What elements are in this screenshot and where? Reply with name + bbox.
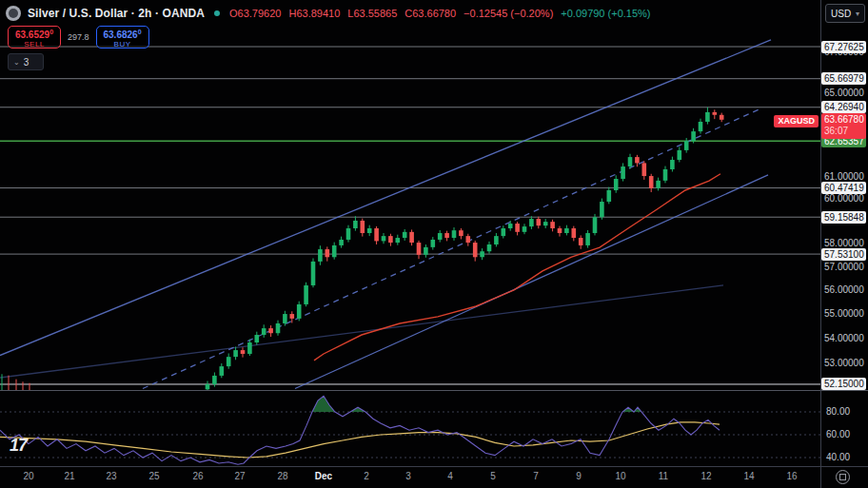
close-value: C63.66780 [404,8,456,19]
time-axis-label: 9 [576,471,582,481]
price-axis-grid-label: 61.00000 [824,170,864,183]
buy-button[interactable]: 63.68260 BUY [96,26,149,49]
time-axis-label: 16 [786,471,797,481]
time-axis-label: 10 [615,471,625,481]
indicators-count: 3 [24,57,30,68]
price-level-badge: 65.66979 [821,72,866,85]
time-axis-label: 14 [743,471,754,481]
buy-price: 63.6826 [104,29,138,40]
currency-selector-button[interactable]: USD ▾ [825,4,865,23]
price-axis-grid-label: 55.00000 [824,307,864,320]
sell-label: SELL [9,41,60,49]
high-value: H63.89410 [288,8,340,19]
horizontal-levels-layer [0,47,820,384]
rsi-axis-label: 60.00 [826,429,850,439]
trend-channel-layer [0,40,771,389]
market-open-dot-icon[interactable] [214,10,220,16]
price-level-badge: 52.15000 [821,378,866,390]
time-axis-label: Dec [315,471,332,481]
price-level-badge: 64.26940 [821,101,866,113]
price-axis-grid-label: 54.00000 [824,332,864,344]
instrument-logo-icon [6,6,21,21]
current-price: 63.66780 [824,114,866,126]
time-axis-label: 25 [148,471,159,481]
spread-value: 297.8 [68,32,89,42]
symbol-title[interactable]: Silver / U.S. Dollar · 2h · OANDA [28,7,205,20]
ext-change-value: +0.09790 (+0.15%) [561,8,650,19]
low-value: L63.55865 [347,8,397,19]
indicators-collapse-button[interactable]: ⌄ 3 [8,53,44,70]
ohlc-values: O63.79620 H63.89410 L63.55865 C63.66780 … [229,8,650,19]
axis-settings-icon[interactable] [836,470,850,484]
time-axis-label: 7 [533,471,539,481]
rsi-axis-label: 80.00 [826,406,850,417]
open-value: O63.79620 [229,8,281,19]
price-level-badge: 57.53100 [821,248,866,261]
bar-countdown: 36:07 [824,126,866,137]
time-axis-label: 4 [447,471,453,481]
price-axis-grid-label: 53.00000 [824,357,864,369]
price-axis-grid-label: 57.00000 [824,261,864,273]
chart-window: Silver / U.S. Dollar · 2h · OANDA O63.79… [0,0,868,488]
currency-label: USD [831,9,851,19]
chart-legend: Silver / U.S. Dollar · 2h · OANDA O63.79… [6,4,650,23]
time-axis-label: 11 [659,471,668,481]
chart-canvas[interactable] [0,0,868,488]
time-axis-label: 26 [192,471,203,481]
rsi-axis-label: 40.00 [826,452,850,462]
price-axis-grid-label: 56.00000 [824,283,864,296]
time-axis-label: 12 [700,471,711,481]
price-axis[interactable]: 63.66780 36:07 80.00 60.00 40.00 67.0000… [820,0,868,466]
time-axis-label: 3 [405,471,411,481]
change-value: −0.12545 (−0.20%) [464,8,553,19]
time-axis-label: 27 [234,471,245,481]
price-axis-grid-label: 65.00000 [824,87,864,99]
current-price-badge: 63.66780 36:07 [821,113,866,139]
time-axis-label: 23 [106,471,116,481]
sell-price-sup: 0 [49,29,53,35]
chevron-down-icon: ⌄ [13,58,20,67]
chevron-down-icon: ▾ [856,10,859,18]
price-level-badge: 60.47419 [821,182,866,194]
time-axis[interactable]: 20212325262728Dec2345791011121416 [0,466,820,488]
time-axis-label: 2 [364,471,369,481]
buy-price-sup: 0 [138,29,142,35]
time-axis-label: 5 [490,471,496,481]
buy-label: BUY [97,41,148,49]
tradingview-watermark[interactable]: 17 [10,436,27,456]
symbol-price-tag: XAGUSD [774,115,819,127]
price-level-badge: 67.27625 [821,41,866,53]
rsi-indicator-layer [0,396,820,464]
time-axis-label: 28 [277,471,287,481]
time-axis-label: 20 [23,471,33,481]
sell-price: 63.6529 [15,29,49,40]
time-axis-label: 21 [64,471,74,481]
price-level-badge: 59.15848 [821,211,866,224]
trade-panel: 63.65290 SELL 297.8 63.68260 BUY [8,26,149,49]
sell-button[interactable]: 63.65290 SELL [8,26,61,49]
